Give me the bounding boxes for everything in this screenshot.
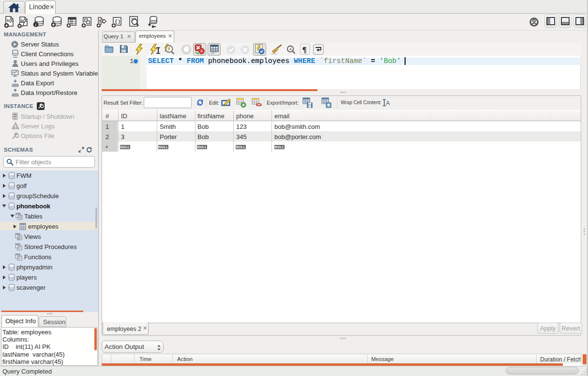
svg-text:A: A	[289, 47, 292, 51]
svg-text:SQL: SQL	[7, 19, 14, 23]
svg-text:sv: sv	[18, 237, 21, 240]
svg-text:¶: ¶	[302, 45, 307, 54]
svg-text:A: A	[386, 100, 390, 107]
